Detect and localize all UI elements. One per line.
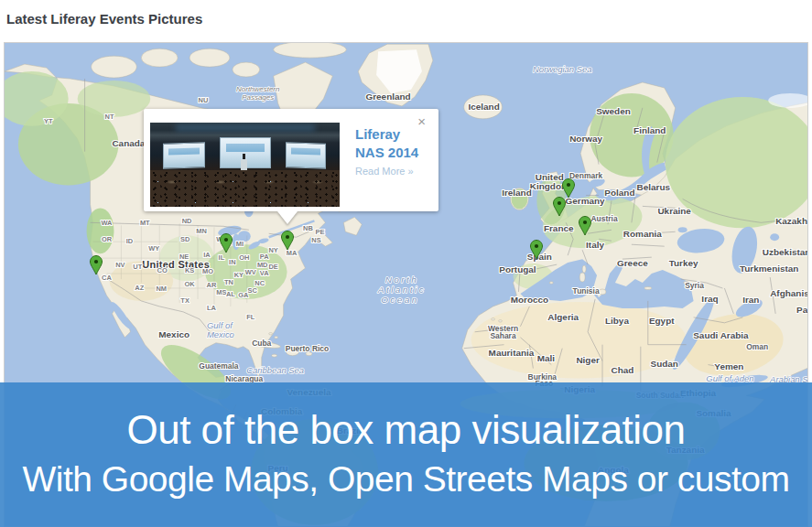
map-label: WA <box>101 219 113 227</box>
map-info-window: × Liferay NAS 2014 Read More » <box>144 109 438 211</box>
map-label: Gulf of Aden <box>706 373 753 383</box>
map-label: Ireland <box>502 188 532 198</box>
map-label: Oman <box>746 342 768 351</box>
map-label: Turkmenistan <box>740 264 798 274</box>
map-label: MO <box>202 267 213 275</box>
map-label: NV <box>115 261 125 269</box>
map-label: Passages <box>242 93 274 102</box>
map-label: TX <box>180 296 189 305</box>
map-label: WY <box>148 244 159 253</box>
map-label: NB <box>303 224 313 232</box>
map-label: Norwegian Sea <box>533 64 592 74</box>
map-label: Austria <box>590 214 617 223</box>
map-label: Cuba <box>252 339 271 348</box>
map-label: FL <box>246 313 255 321</box>
map-label: Kazakhstan <box>775 216 808 226</box>
map-label: MD <box>257 261 268 269</box>
map-marker-pin[interactable] <box>553 197 566 217</box>
map-label: Greenland <box>366 91 411 102</box>
banner-line-1: Out of the box map visualization <box>0 407 812 453</box>
map-marker-pin[interactable] <box>220 233 233 253</box>
map-label: Sudan <box>651 359 678 369</box>
map-label: AZ <box>135 284 144 292</box>
map-label: OK <box>184 280 195 288</box>
map-label: VA <box>260 269 269 277</box>
map-label: Libya <box>605 316 629 326</box>
map-label: Saudi Arabia <box>693 330 749 340</box>
map-marker-pin[interactable] <box>530 240 543 260</box>
page-title: Latest Liferay Events Pictures <box>6 11 202 27</box>
projection-screen-right <box>286 142 326 169</box>
map-label: MS <box>216 288 226 296</box>
map-label: Mali <box>537 353 556 363</box>
map-label: Sweden <box>596 106 631 116</box>
map-label: Iceland <box>468 102 499 112</box>
event-photo <box>150 123 340 207</box>
map-label: IN <box>229 258 235 266</box>
map-label: DE <box>268 263 277 271</box>
map-label: Afghanistan <box>770 288 808 298</box>
map-label: Greece <box>617 258 648 268</box>
map-label: United <box>536 172 564 182</box>
map-label: SC <box>248 286 258 295</box>
map-label: AR <box>207 281 217 289</box>
map-label: NU <box>199 96 209 104</box>
map-label: Uzbekistan <box>763 247 808 257</box>
audience <box>150 170 340 207</box>
map-label: KY <box>234 271 244 279</box>
map-marker-pin[interactable] <box>562 178 575 199</box>
banner-line-2: With Google Maps, Open Streets Maps or c… <box>0 459 812 500</box>
map-label: OR <box>102 235 113 243</box>
map-label: AL <box>226 290 235 298</box>
map-label: Finland <box>633 125 666 135</box>
map-label: United States <box>142 259 210 270</box>
map-label: NM <box>156 285 167 293</box>
read-more-link[interactable]: Read More » <box>355 166 414 177</box>
map-label: UT <box>133 263 142 271</box>
map-label: Caribbean Sea <box>246 365 304 375</box>
map-label: MN <box>196 227 207 235</box>
map-label: CA <box>102 274 112 282</box>
map-marker-pin[interactable] <box>281 231 294 251</box>
map-label: KS <box>185 266 194 274</box>
map-label: PE <box>315 228 324 236</box>
map-label: NY <box>268 246 277 254</box>
map-label: CO <box>157 266 168 274</box>
map-label: ND <box>182 217 192 225</box>
map-label: Poland <box>604 188 634 198</box>
map-marker-pin[interactable] <box>90 255 103 275</box>
map-label: Tunisia <box>573 286 600 296</box>
map-label: YT <box>44 117 53 125</box>
map-label: Northwestern <box>236 85 280 93</box>
map-label: NT <box>105 113 114 121</box>
map-label: NE <box>179 253 189 261</box>
map-label: Turkey <box>669 258 698 268</box>
projection-screen-left <box>163 142 205 169</box>
map-label: Romania <box>623 229 662 239</box>
map-label: Guatemala <box>199 361 239 371</box>
stage-light-glow <box>176 124 315 131</box>
map-label: Egypt <box>649 316 675 326</box>
map-label: Norway <box>569 134 602 144</box>
map-label: NS <box>311 236 320 244</box>
map-label: Portugal <box>499 264 536 274</box>
map-label: Algeria <box>547 312 579 322</box>
map-label: Ocean <box>381 295 419 305</box>
map-marker-pin[interactable] <box>579 216 591 236</box>
map-label: Yemen <box>714 361 743 371</box>
map-label: Ukraine <box>657 206 691 216</box>
map-label: Morocco <box>511 295 548 305</box>
map-label: Atlantic <box>377 285 427 295</box>
map-label: Sahara <box>490 331 515 340</box>
map-label: MT <box>140 219 150 227</box>
map-label: Mexico <box>158 329 189 339</box>
map-label: Puerto Rico <box>286 344 329 353</box>
map-label: Chad <box>612 365 634 375</box>
map-label: Mexico <box>207 329 234 339</box>
map-label: Syria <box>685 281 704 290</box>
info-window-title: Liferay NAS 2014 <box>355 125 432 162</box>
map-label: Belarus <box>637 182 671 192</box>
map-label: Canada <box>112 138 145 148</box>
map-label: MI <box>236 240 244 248</box>
map-label: Italy <box>586 240 604 250</box>
